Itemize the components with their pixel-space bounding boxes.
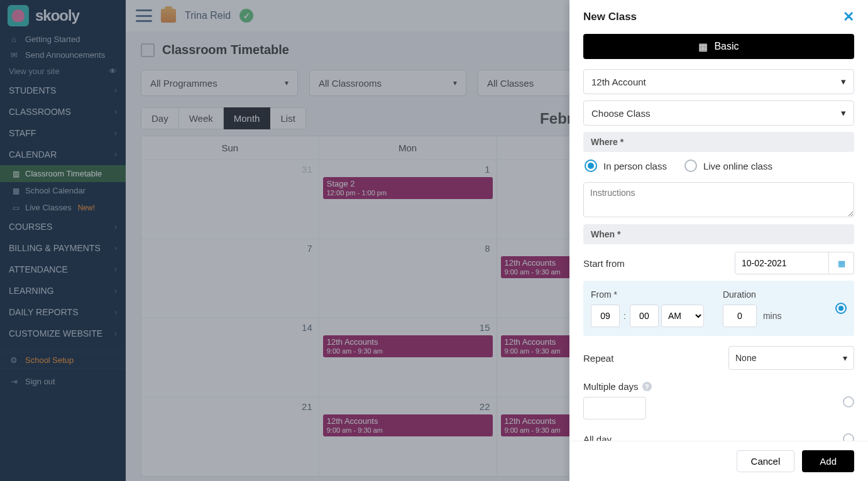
multiple-days-label: Multiple days xyxy=(583,381,639,392)
calendar-icon: ▦ xyxy=(838,259,845,268)
start-from-label: Start from xyxy=(583,258,625,269)
start-date-input[interactable] xyxy=(735,252,829,274)
calendar-icon: ▦ xyxy=(698,41,708,53)
chevron-down-icon: ▾ xyxy=(841,76,846,87)
account-select[interactable]: 12th Account ▾ xyxy=(583,69,854,94)
multiple-days-radio[interactable] xyxy=(843,396,854,408)
repeat-label: Repeat xyxy=(583,353,613,364)
time-block-radio[interactable] xyxy=(835,303,847,314)
minute-input[interactable] xyxy=(630,305,659,327)
new-class-panel: New Class ✕ ▦ Basic 12th Account ▾ Choos… xyxy=(569,0,868,481)
multiple-days-input[interactable] xyxy=(583,397,646,419)
instructions-input[interactable] xyxy=(583,182,854,217)
radio-in-person[interactable]: In person class xyxy=(585,159,667,172)
add-button[interactable]: Add xyxy=(802,450,854,472)
time-duration-block: From * : AM Duration mins xyxy=(583,281,854,336)
radio-online[interactable]: Live online class xyxy=(684,159,772,172)
duration-label: Duration xyxy=(723,289,782,300)
duration-input[interactable] xyxy=(723,305,757,327)
hour-input[interactable] xyxy=(591,305,620,327)
where-section-label: Where * xyxy=(583,132,854,152)
all-day-label: All day xyxy=(583,434,612,441)
help-icon[interactable]: ? xyxy=(642,382,652,391)
radio-icon xyxy=(585,159,597,172)
close-icon[interactable]: ✕ xyxy=(843,9,854,25)
cancel-button[interactable]: Cancel xyxy=(737,450,795,472)
chevron-down-icon: ▾ xyxy=(841,107,846,119)
chevron-down-icon: ▾ xyxy=(843,353,847,363)
from-label: From * xyxy=(591,289,704,300)
date-picker-button[interactable]: ▦ xyxy=(829,252,854,274)
basic-tab-button[interactable]: ▦ Basic xyxy=(583,34,854,59)
radio-icon xyxy=(684,159,697,172)
ampm-select[interactable]: AM xyxy=(661,305,704,327)
repeat-select[interactable]: None ▾ xyxy=(728,346,854,370)
all-day-radio[interactable] xyxy=(843,433,854,441)
panel-title: New Class xyxy=(583,11,637,23)
when-section-label: When * xyxy=(583,224,854,244)
class-select[interactable]: Choose Class ▾ xyxy=(583,100,854,126)
